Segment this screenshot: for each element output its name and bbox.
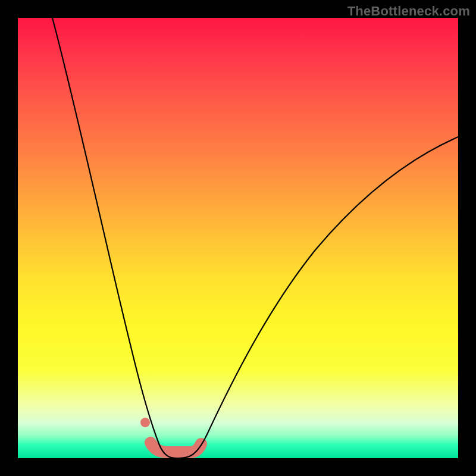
- valley-highlight: [151, 443, 201, 452]
- watermark-text: TheBottleneck.com: [347, 4, 470, 19]
- highlight-dot: [140, 418, 150, 427]
- chart-svg: [18, 18, 458, 458]
- curve-left-branch: [52, 18, 178, 458]
- curve-right-branch: [178, 137, 458, 458]
